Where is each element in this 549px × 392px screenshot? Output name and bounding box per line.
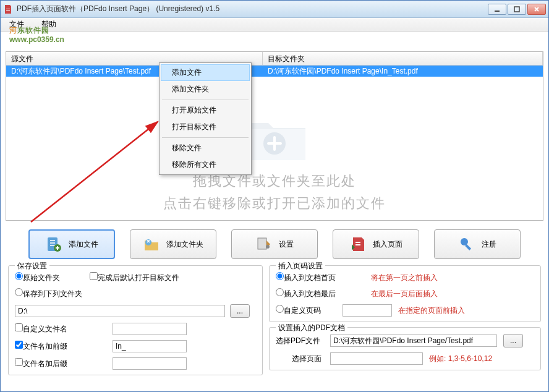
- chk-custom-filename[interactable]: 自定义文件名: [15, 323, 108, 334]
- minimize-button[interactable]: [488, 4, 506, 15]
- arrow-annotation: [25, 117, 167, 228]
- pdf-settings-legend: 设置插入的PDF文档: [276, 323, 347, 333]
- radio-save-to-folder[interactable]: 保存到下列文件夹: [15, 288, 82, 299]
- insert-last-desc: 在最后一页后面插入: [371, 289, 438, 299]
- content-area: 源文件 目标文件夹 D:\河东软件园\PDFdo Insert Page\Tes…: [1, 32, 548, 379]
- app-icon: [3, 4, 13, 14]
- list-header: 源文件 目标文件夹: [6, 52, 543, 66]
- save-settings-group: 保存设置 原始文件夹 完成后默认打开目标文件 保存到下列文件夹 ... 自定义文…: [8, 265, 263, 375]
- svg-point-2: [263, 132, 286, 155]
- add-folder-button[interactable]: 添加文件夹: [130, 229, 216, 259]
- titlebar: PDF插入页面软件（PDFdo Insert Page） (Unregister…: [1, 1, 548, 18]
- settings-icon: [255, 236, 273, 253]
- browse-pdf-button[interactable]: ...: [503, 334, 523, 347]
- radio-original-folder[interactable]: 原始文件夹: [15, 272, 60, 283]
- close-button[interactable]: [527, 4, 546, 15]
- add-file-button[interactable]: 添加文件: [28, 229, 115, 259]
- suffix-input[interactable]: [113, 357, 187, 370]
- page-settings-group: 插入页码设置 插入到文档首页 将在第一页之前插入 插入到文档最后 在最后一页后面…: [269, 265, 541, 322]
- app-window: PDF插入页面软件（PDFdo Insert Page） (Unregister…: [0, 0, 549, 392]
- insert-page-label: 插入页面: [373, 239, 402, 250]
- lower-section: 保存设置 原始文件夹 完成后默认打开目标文件 保存到下列文件夹 ... 自定义文…: [6, 265, 543, 375]
- window-title: PDF插入页面软件（PDFdo Insert Page） (Unregister…: [17, 4, 488, 14]
- add-folder-icon: [143, 236, 160, 253]
- page-settings-legend: 插入页码设置: [276, 261, 325, 271]
- add-file-label: 添加文件: [69, 239, 98, 250]
- window-controls: [488, 4, 546, 15]
- cell-target: D:\河东软件园\PDFdo Insert Page\In_Test.pdf: [263, 66, 543, 77]
- custom-filename-input[interactable]: [113, 323, 187, 335]
- register-button[interactable]: 注册: [434, 229, 521, 259]
- ctx-add-folder[interactable]: 添加文件夹: [161, 81, 250, 98]
- ctx-separator: [162, 137, 249, 138]
- custom-page-desc: 在指定的页面前插入: [398, 305, 465, 316]
- menubar: 文件 帮助: [1, 18, 548, 32]
- col-target[interactable]: 目标文件夹: [263, 52, 543, 65]
- svg-rect-10: [465, 244, 471, 250]
- browse-save-path-button[interactable]: ...: [230, 304, 250, 318]
- chk-prefix[interactable]: 文件名加前缀: [15, 341, 108, 352]
- drop-hint-line1: 拖拽文件或文件夹至此处: [6, 172, 543, 190]
- radio-custom-page[interactable]: 自定义页码: [276, 305, 336, 316]
- ctx-open-target[interactable]: 打开目标文件: [161, 119, 250, 135]
- insert-first-desc: 将在第一页之前插入: [371, 273, 438, 283]
- insert-page-icon: [349, 236, 367, 253]
- ctx-separator: [162, 100, 249, 100]
- ctx-remove-all[interactable]: 移除所有文件: [161, 156, 250, 173]
- svg-line-3: [31, 122, 158, 222]
- toolbar: 添加文件 添加文件夹 设置 插入页面 注册: [6, 229, 543, 259]
- maximize-button[interactable]: [508, 4, 526, 15]
- drop-hint: 拖拽文件或文件夹至此处 点击右键移除或打开已添加的文件: [6, 114, 543, 213]
- save-settings-legend: 保存设置: [15, 261, 49, 271]
- chk-open-after[interactable]: 完成后默认打开目标文件: [90, 272, 179, 283]
- svg-rect-0: [495, 11, 500, 12]
- pdf-path-input[interactable]: [330, 334, 497, 347]
- table-row[interactable]: D:\河东软件园\PDFdo Insert Page\Test.pdf D:\河…: [6, 66, 543, 77]
- add-file-icon: [45, 236, 62, 253]
- pages-example: 例如: 1,3-5,6-10,12: [429, 354, 492, 364]
- ctx-add-file[interactable]: 添加文件: [161, 64, 250, 81]
- select-pages-label: 选择页面: [276, 354, 324, 364]
- ctx-remove-file[interactable]: 移除文件: [161, 140, 250, 156]
- svg-point-6: [145, 239, 151, 245]
- radio-insert-first[interactable]: 插入到文档首页: [276, 272, 350, 283]
- chk-suffix[interactable]: 文件名加后缀: [15, 358, 108, 369]
- context-menu: 添加文件 添加文件夹 打开原始文件 打开目标文件 移除文件 移除所有文件: [159, 62, 252, 175]
- settings-button[interactable]: 设置: [231, 229, 318, 259]
- insert-page-button[interactable]: 插入页面: [333, 229, 419, 259]
- svg-rect-7: [258, 238, 266, 249]
- menu-help[interactable]: 帮助: [36, 18, 61, 31]
- drop-hint-line2: 点击右键移除或打开已添加的文件: [6, 194, 543, 213]
- select-pdf-label: 选择PDF文件: [276, 336, 324, 346]
- add-folder-label: 添加文件夹: [166, 239, 203, 250]
- svg-rect-1: [514, 7, 519, 12]
- prefix-input[interactable]: [113, 340, 187, 352]
- ctx-open-original[interactable]: 打开原始文件: [161, 102, 250, 119]
- register-label: 注册: [482, 239, 496, 250]
- settings-label: 设置: [279, 239, 294, 250]
- custom-page-input[interactable]: [343, 304, 392, 317]
- radio-insert-last[interactable]: 插入到文档最后: [276, 288, 350, 299]
- register-icon: [458, 236, 475, 253]
- file-list-panel: 源文件 目标文件夹 D:\河东软件园\PDFdo Insert Page\Tes…: [6, 51, 543, 221]
- svg-point-8: [266, 245, 270, 249]
- select-pages-input[interactable]: [330, 352, 423, 365]
- pdf-settings-group: 设置插入的PDF文档 选择PDF文件 ... 选择页面 例如: 1,3-5,6-…: [269, 327, 541, 370]
- save-path-input[interactable]: [15, 305, 225, 317]
- menu-file[interactable]: 文件: [4, 18, 29, 31]
